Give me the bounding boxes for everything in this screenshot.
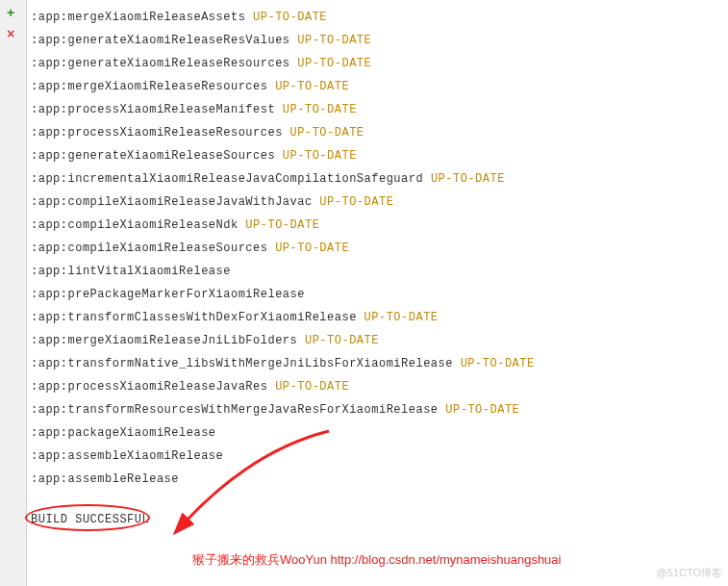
build-line: :app:processXiaomiReleaseManifest UP-TO-… xyxy=(31,98,724,121)
build-result: BUILD SUCCESSFUL xyxy=(31,508,149,531)
task-name: :app:mergeXiaomiReleaseAssets xyxy=(31,11,245,24)
task-status: UP-TO-DATE xyxy=(283,149,357,163)
build-line: :app:mergeXiaomiReleaseAssets UP-TO-DATE xyxy=(31,6,724,29)
annotation-link[interactable]: http://blog.csdn.net/mynameishuangshuai xyxy=(331,552,562,567)
task-status: UP-TO-DATE xyxy=(253,11,327,24)
build-result-row: BUILD SUCCESSFUL xyxy=(31,508,724,531)
build-line: :app:prePackageMarkerForXiaomiRelease xyxy=(31,283,724,306)
close-icon[interactable]: × xyxy=(7,27,14,42)
task-name: :app:processXiaomiReleaseManifest xyxy=(31,103,275,116)
build-line: :app:compileXiaomiReleaseSources UP-TO-D… xyxy=(31,237,724,260)
build-line: :app:generateXiaomiReleaseResources UP-T… xyxy=(31,52,724,75)
build-line: :app:incrementalXiaomiReleaseJavaCompila… xyxy=(31,167,724,191)
task-status: UP-TO-DATE xyxy=(245,218,319,232)
task-name: :app:packageXiaomiRelease xyxy=(31,426,216,440)
task-name: :app:assembleRelease xyxy=(31,472,179,486)
task-name: :app:lintVitalXiaomiRelease xyxy=(31,265,231,278)
build-line: :app:compileXiaomiReleaseNdk UP-TO-DATE xyxy=(31,214,724,237)
build-output: :app:mergeXiaomiReleaseAssets UP-TO-DATE… xyxy=(27,0,728,537)
task-status: UP-TO-DATE xyxy=(461,357,535,370)
build-line: :app:assembleXiaomiRelease xyxy=(31,445,724,468)
build-line: :app:generateXiaomiReleaseResValues UP-T… xyxy=(31,29,724,52)
task-status: UP-TO-DATE xyxy=(290,126,364,140)
task-status: UP-TO-DATE xyxy=(283,103,357,116)
build-line: :app:generateXiaomiReleaseSources UP-TO-… xyxy=(31,144,724,167)
task-name: :app:transformNative_libsWithMergeJniLib… xyxy=(31,357,453,370)
task-name: :app:generateXiaomiReleaseResValues xyxy=(31,34,290,47)
task-status: UP-TO-DATE xyxy=(305,334,379,347)
build-line: :app:transformResourcesWithMergeJavaResF… xyxy=(31,398,724,421)
task-status: UP-TO-DATE xyxy=(364,311,439,324)
task-status: UP-TO-DATE xyxy=(319,195,393,209)
task-name: :app:generateXiaomiReleaseSources xyxy=(31,149,275,163)
task-status: UP-TO-DATE xyxy=(297,57,371,70)
task-status: UP-TO-DATE xyxy=(275,80,349,93)
task-name: :app:transformResourcesWithMergeJavaResF… xyxy=(31,403,439,417)
task-name: :app:prePackageMarkerForXiaomiRelease xyxy=(31,288,305,301)
annotation-label: 猴子搬来的救兵WooYun xyxy=(192,552,331,567)
task-name: :app:processXiaomiReleaseJavaRes xyxy=(31,380,267,394)
task-name: :app:compileXiaomiReleaseNdk xyxy=(31,218,238,232)
task-name: :app:compileXiaomiReleaseJavaWithJavac xyxy=(31,195,313,209)
gutter: + × xyxy=(0,0,27,586)
task-status: UP-TO-DATE xyxy=(431,172,505,186)
watermark: @51CTO博客 xyxy=(657,566,722,580)
build-line: :app:transformNative_libsWithMergeJniLib… xyxy=(31,352,724,375)
build-line: :app:transformClassesWithDexForXiaomiRel… xyxy=(31,306,724,329)
task-name: :app:transformClassesWithDexForXiaomiRel… xyxy=(31,311,357,324)
task-status: UP-TO-DATE xyxy=(275,242,349,255)
task-name: :app:assembleXiaomiRelease xyxy=(31,449,223,463)
task-name: :app:mergeXiaomiReleaseResources xyxy=(31,80,267,93)
task-name: :app:processXiaomiReleaseResources xyxy=(31,126,283,140)
build-line: :app:packageXiaomiRelease xyxy=(31,421,724,445)
task-status: UP-TO-DATE xyxy=(297,34,371,47)
build-line: :app:assembleRelease xyxy=(31,468,724,491)
build-line: :app:compileXiaomiReleaseJavaWithJavac U… xyxy=(31,191,724,214)
task-name: :app:mergeXiaomiReleaseJniLibFolders xyxy=(31,334,297,347)
build-line: :app:processXiaomiReleaseResources UP-TO… xyxy=(31,121,724,144)
task-name: :app:incrementalXiaomiReleaseJavaCompila… xyxy=(31,172,423,186)
task-status: UP-TO-DATE xyxy=(275,380,349,394)
add-icon[interactable]: + xyxy=(7,6,14,21)
build-line: :app:lintVitalXiaomiRelease xyxy=(31,260,724,283)
build-line: :app:mergeXiaomiReleaseJniLibFolders UP-… xyxy=(31,329,724,352)
build-line: :app:mergeXiaomiReleaseResources UP-TO-D… xyxy=(31,75,724,98)
task-name: :app:compileXiaomiReleaseSources xyxy=(31,242,267,255)
highlight-ellipse xyxy=(25,504,150,531)
annotation-text: 猴子搬来的救兵WooYun http://blog.csdn.net/mynam… xyxy=(192,551,561,569)
build-line: :app:processXiaomiReleaseJavaRes UP-TO-D… xyxy=(31,375,724,398)
task-name: :app:generateXiaomiReleaseResources xyxy=(31,57,290,70)
task-status: UP-TO-DATE xyxy=(445,403,519,417)
